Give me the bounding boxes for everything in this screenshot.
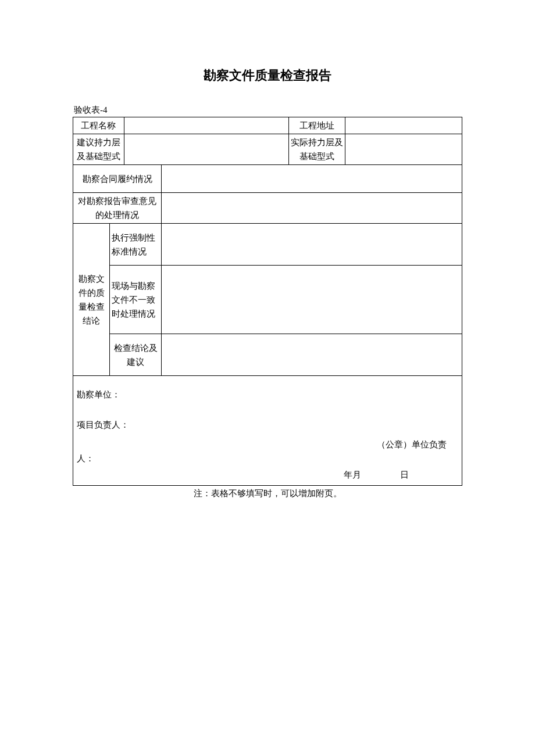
inspection-table: 工程名称 工程地址 建议持力层及基础型式 实际持力层及基础型式 勘察合同履约情况… [73, 117, 462, 486]
label-suggested-layer: 建议持力层及基础型式 [73, 134, 124, 165]
row-inconsistency: 现场与勘察文件不一致时处理情况 [73, 266, 462, 334]
label-project-name: 工程名称 [73, 117, 124, 134]
label-inconsistency: 现场与勘察文件不一致时处理情况 [110, 266, 162, 334]
label-contract-performance: 勘察合同履约情况 [73, 165, 162, 193]
value-suggested-layer[interactable] [124, 134, 288, 165]
row-contract: 勘察合同履约情况 [73, 165, 462, 193]
person-suffix: 人： [77, 452, 458, 465]
survey-unit-label: 勘察单位： [77, 388, 458, 402]
seal-block: （公章）单位负责 [77, 438, 458, 452]
value-project-name[interactable] [124, 117, 288, 134]
form-number: 验收表-4 [73, 105, 462, 116]
value-contract-performance[interactable] [162, 165, 462, 193]
row-project: 工程名称 工程地址 [73, 117, 462, 134]
value-inconsistency[interactable] [162, 266, 462, 334]
value-review-handling[interactable] [162, 193, 462, 224]
document-page: 勘察文件质量检查报告 验收表-4 工程名称 工程地址 建议持力层及基础型式 实际… [0, 0, 535, 499]
label-quality-conclusion: 勘察文件的质量检查结论 [73, 224, 110, 376]
project-leader-label: 项目负责人： [77, 418, 458, 432]
footnote: 注：表格不够填写时，可以增加附页。 [73, 488, 462, 499]
label-conclusion-suggestion: 检查结论及建议 [110, 334, 162, 376]
document-title: 勘察文件质量检查报告 [73, 67, 462, 84]
row-conclusion-suggestion: 检查结论及建议 [73, 334, 462, 376]
year-month-label: 年月 [344, 470, 361, 479]
row-footer: 勘察单位： 项目负责人： （公章）单位负责 人： 年月 日 [73, 376, 462, 486]
row-review: 对勘察报告审查意见的处理情况 [73, 193, 462, 224]
value-project-address[interactable] [345, 117, 462, 134]
value-actual-layer[interactable] [345, 134, 462, 165]
label-project-address: 工程地址 [288, 117, 345, 134]
value-mandatory-standards[interactable] [162, 224, 462, 266]
date-line: 年月 日 [77, 468, 458, 482]
label-mandatory-standards: 执行强制性标准情况 [110, 224, 162, 266]
day-label: 日 [400, 470, 409, 479]
value-conclusion-suggestion[interactable] [162, 334, 462, 376]
row-mandatory-standards: 勘察文件的质量检查结论 执行强制性标准情况 [73, 224, 462, 266]
label-review-handling: 对勘察报告审查意见的处理情况 [73, 193, 162, 224]
row-layer: 建议持力层及基础型式 实际持力层及基础型式 [73, 134, 462, 165]
label-actual-layer: 实际持力层及基础型式 [288, 134, 345, 165]
footer-cell: 勘察单位： 项目负责人： （公章）单位负责 人： 年月 日 [73, 376, 462, 486]
seal-label: （公章）单位负责 [377, 440, 447, 449]
